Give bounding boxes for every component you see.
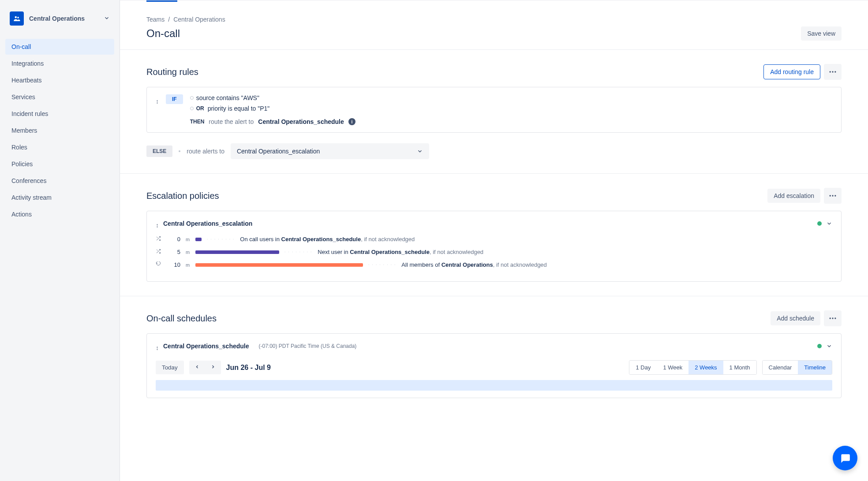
date-range: Jun 26 - Jul 9 <box>226 364 271 372</box>
escalation-card[interactable]: ↕ Central Operations_escalation 0m· · · … <box>146 211 842 282</box>
chevron-down-icon[interactable] <box>826 343 832 349</box>
condition-2: OR priority is equal to "P1" <box>190 105 355 112</box>
nav-item-roles[interactable]: Roles <box>5 139 114 155</box>
chevron-down-icon <box>104 15 110 22</box>
escalation-title: Escalation policies <box>146 191 219 201</box>
nav-item-policies[interactable]: Policies <box>5 156 114 172</box>
info-icon[interactable]: i <box>348 118 355 125</box>
schedule-card[interactable]: ↕ Central Operations_schedule (-07:00) P… <box>146 333 842 398</box>
step-text: On call users in Central Operations_sche… <box>240 236 415 242</box>
save-view-button[interactable]: Save view <box>801 26 842 41</box>
step-bar <box>195 263 363 267</box>
escalation-step: 5m· · · · · · · ·Next user in Central Op… <box>156 249 832 255</box>
nav-item-services[interactable]: Services <box>5 89 114 105</box>
view-button[interactable]: Timeline <box>798 361 832 374</box>
step-dots: · · · · · · · · <box>284 250 312 254</box>
nav-item-actions[interactable]: Actions <box>5 206 114 222</box>
breadcrumb-current[interactable]: Central Operations <box>173 16 225 23</box>
nav-item-activity-stream[interactable]: Activity stream <box>5 190 114 205</box>
schedule-name: Central Operations_schedule <box>163 343 249 350</box>
step-text: All members of Central Operations, if no… <box>401 261 546 268</box>
prev-button[interactable] <box>189 361 205 374</box>
step-unit: m <box>186 262 190 268</box>
schedule-timezone: (-07:00) PDT Pacific Time (US & Canada) <box>259 343 357 349</box>
range-selector: 1 Day1 Week2 Weeks1 Month <box>629 360 756 375</box>
svg-point-16 <box>834 317 836 319</box>
team-selector[interactable]: Central Operations <box>5 7 114 30</box>
step-text: Next user in Central Operations_schedule… <box>318 249 483 255</box>
schedules-more-button[interactable] <box>824 310 842 326</box>
step-bar <box>195 250 279 254</box>
add-routing-rule-button[interactable]: Add routing rule <box>763 64 820 79</box>
range-button[interactable]: 1 Week <box>657 361 688 374</box>
range-button[interactable]: 1 Day <box>629 361 657 374</box>
step-time: 0 <box>167 236 180 242</box>
step-time: 10 <box>167 261 180 268</box>
drag-handle-icon[interactable]: ↕ <box>156 218 159 229</box>
drag-handle-icon[interactable]: ↕ <box>156 341 159 351</box>
drag-handle-icon[interactable]: ↕ <box>156 94 159 125</box>
routing-rule-card[interactable]: ↕ IF source contains "AWS" OR priority i… <box>146 87 842 133</box>
breadcrumb-teams[interactable]: Teams <box>146 16 165 23</box>
then-label: THEN <box>190 119 205 125</box>
svg-point-5 <box>830 195 831 196</box>
condition-1: source contains "AWS" <box>190 94 355 101</box>
chat-widget-button[interactable] <box>833 446 857 470</box>
nav-item-heartbeats[interactable]: Heartbeats <box>5 72 114 88</box>
svg-point-4 <box>834 71 836 72</box>
escalation-more-button[interactable] <box>824 188 842 204</box>
nav-item-integrations[interactable]: Integrations <box>5 56 114 71</box>
then-target: Central Operations_schedule <box>258 118 344 125</box>
if-badge: IF <box>166 94 183 104</box>
step-unit: m <box>186 250 190 255</box>
timeline-bar[interactable] <box>156 380 832 391</box>
step-bar <box>195 238 202 241</box>
view-button[interactable]: Calendar <box>763 361 798 374</box>
routing-rules-section: Routing rules Add routing rule ↕ IF sour… <box>120 50 868 174</box>
escalation-step: 10m· · · · · · · ·All members of Central… <box>156 261 832 268</box>
nav-list: On-call Integrations Heartbeats Services… <box>5 39 114 222</box>
then-prefix: route the alert to <box>209 118 254 125</box>
else-text: route alerts to <box>187 148 224 155</box>
routing-rules-title: Routing rules <box>146 67 198 77</box>
condition-2-text: priority is equal to "P1" <box>208 105 270 112</box>
range-button[interactable]: 2 Weeks <box>688 361 723 374</box>
svg-point-3 <box>832 71 833 72</box>
main-content: Teams / Central Operations On-call Save … <box>120 0 868 481</box>
step-icon <box>156 236 162 242</box>
nav-item-members[interactable]: Members <box>5 123 114 138</box>
add-escalation-button[interactable]: Add escalation <box>767 189 820 203</box>
status-dot-icon <box>817 344 822 348</box>
escalation-step: 0m· · · · · · · ·On call users in Centra… <box>156 236 832 242</box>
nav-item-conferences[interactable]: Conferences <box>5 173 114 189</box>
range-button[interactable]: 1 Month <box>723 361 756 374</box>
step-dots: · · · · · · · · <box>368 263 396 267</box>
nav-item-incident-rules[interactable]: Incident rules <box>5 106 114 122</box>
team-avatar-icon <box>10 11 24 26</box>
else-row: ELSE route alerts to Central Operations_… <box>146 143 842 159</box>
else-target-select[interactable]: Central Operations_escalation <box>231 143 429 159</box>
nav-item-on-call[interactable]: On-call <box>5 39 114 55</box>
on-call-schedules-section: On-call schedules Add schedule ↕ Central… <box>120 296 868 412</box>
sidebar: Central Operations On-call Integrations … <box>0 0 120 481</box>
dot-separator <box>179 150 180 152</box>
else-badge: ELSE <box>146 145 172 157</box>
chevron-down-icon[interactable] <box>826 220 832 227</box>
condition-1-text: source contains "AWS" <box>196 94 259 101</box>
routing-more-button[interactable] <box>824 64 842 80</box>
escalation-name: Central Operations_escalation <box>163 220 813 227</box>
else-target-value: Central Operations_escalation <box>237 148 320 155</box>
next-button[interactable] <box>205 361 221 374</box>
date-nav <box>189 361 221 374</box>
page-header: Teams / Central Operations On-call Save … <box>120 2 868 50</box>
step-time: 5 <box>167 249 180 255</box>
step-icon <box>156 249 162 255</box>
svg-point-1 <box>17 17 19 19</box>
status-dot-icon <box>817 221 822 226</box>
add-schedule-button[interactable]: Add schedule <box>771 311 820 325</box>
today-button[interactable]: Today <box>156 361 184 374</box>
svg-line-10 <box>157 237 158 238</box>
svg-point-14 <box>830 317 831 319</box>
svg-point-6 <box>832 195 833 196</box>
page-title: On-call <box>146 27 180 40</box>
